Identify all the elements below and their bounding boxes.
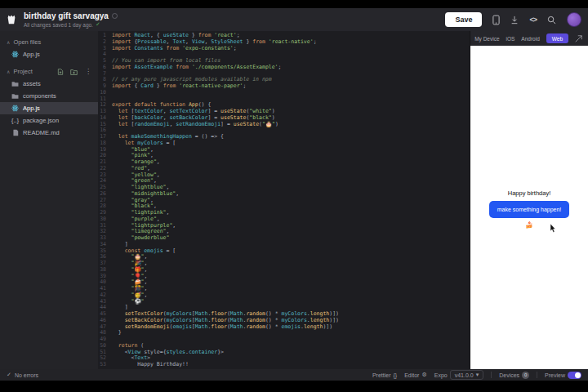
code-line[interactable]: 33 "powderblue" (98, 235, 470, 242)
make-something-happen-button[interactable]: make something happen! (489, 201, 570, 218)
bottom-letterbox (0, 381, 588, 392)
preview-panel: My DeviceiOSAndroidWeb Happy birthday! m… (470, 31, 588, 369)
preview-tab-web[interactable]: Web (546, 33, 568, 43)
react-icon (11, 51, 19, 58)
code-line[interactable]: 37 "🎉", (98, 261, 470, 267)
code-line[interactable]: 49 (98, 336, 470, 343)
code-text: setRandomEmoji(emojis[Math.floor(Math.ra… (112, 324, 332, 331)
chevron-down-icon: ▾ (476, 372, 479, 378)
download-icon[interactable] (510, 16, 519, 24)
react-icon (11, 105, 19, 112)
collapse-caret-icon: ∧ (7, 69, 10, 74)
code-line[interactable]: 10 (98, 90, 470, 96)
code-line[interactable]: 9import { Card } from 'react-native-pape… (98, 83, 470, 90)
saved-check-icon: ✓ (96, 21, 100, 28)
open-files-header[interactable]: ∧ Open files (0, 36, 98, 48)
code-line[interactable]: 51 <View style={styles.container}> (98, 350, 470, 356)
code-text: import { Card } from 'react-native-paper… (112, 83, 246, 90)
file-sidebar: ∧ Open files App.js ∧ Project ⋮ assetsco… (0, 31, 98, 369)
code-editor[interactable]: 1import React, { useState } from 'react'… (98, 31, 470, 369)
gear-icon: ⚙ (421, 372, 426, 378)
folder-icon (11, 81, 19, 87)
mouse-cursor-icon (550, 221, 556, 236)
save-status-text: All changes saved 1 day ago. (24, 22, 93, 28)
preview-message: Happy birthday! (508, 189, 551, 197)
project-menu-icon[interactable]: ⋮ (85, 68, 91, 75)
status-bar: ✓ No errors Prettier{} Editor⚙ Expo v41.… (0, 369, 588, 381)
code-line[interactable]: 18 let myColors = [ (98, 140, 470, 147)
code-line[interactable]: 38 "🎁", (98, 267, 470, 274)
user-avatar[interactable] (567, 12, 581, 27)
file-item-app-js[interactable]: App.js (0, 48, 98, 60)
code-text: Happy Birthday!! (112, 362, 189, 368)
file-item-components[interactable]: components (0, 90, 98, 102)
devices-count-badge: 0 (522, 372, 529, 379)
json-icon: {..} (11, 118, 19, 123)
preview-tab-my-device[interactable]: My Device (474, 36, 499, 42)
file-item-package-json[interactable]: {..}package.json (0, 114, 98, 127)
file-label: README.md (23, 129, 60, 136)
code-line[interactable]: 48 } (98, 330, 470, 336)
problems-status[interactable]: ✓ No errors (7, 372, 38, 378)
collapse-caret-icon: ∧ (7, 39, 10, 45)
divider (491, 372, 492, 378)
file-item-readme-md[interactable]: README.md (0, 127, 98, 139)
doc-icon (11, 129, 19, 136)
code-line[interactable]: 41 "🎊", (98, 286, 470, 292)
preview-body: Happy birthday! make something happen! 🍰 (470, 46, 588, 369)
line-number: 53 (98, 362, 112, 368)
code-text: import Constants from 'expo-constants'; (112, 46, 237, 52)
code-line[interactable]: 21 "orange", (98, 159, 470, 166)
editor-settings-button[interactable]: Editor⚙ (404, 372, 427, 378)
code-line[interactable]: 39 "🎈", (98, 274, 470, 280)
new-folder-icon[interactable] (70, 69, 78, 75)
code-line[interactable]: 19 "blue", (98, 147, 470, 154)
snack-app-window: birthday gift sarvagya All changes saved… (0, 0, 588, 392)
code-text: import AssetExample from './components/A… (112, 65, 281, 71)
search-icon[interactable] (547, 16, 556, 24)
new-file-icon[interactable] (57, 69, 64, 75)
devices-button[interactable]: Devices 0 (499, 372, 529, 379)
file-label: assets (23, 80, 41, 87)
info-icon[interactable] (112, 13, 118, 19)
code-line[interactable]: 35 const emojis = [ (98, 248, 470, 255)
code-line[interactable]: 15 let [randomEmoji, setRandomEmoji] = u… (98, 122, 470, 128)
divider (537, 372, 537, 378)
embed-code-icon[interactable]: <> (529, 16, 537, 24)
open-external-icon[interactable] (575, 35, 582, 42)
expo-version-select[interactable]: Expo v41.0.0▾ (434, 370, 483, 380)
braces-icon: {} (393, 372, 397, 378)
preview-toggle[interactable] (568, 372, 581, 379)
check-icon: ✓ (7, 372, 11, 378)
snack-logo-icon[interactable] (5, 13, 18, 26)
file-item-app-js[interactable]: App.js (0, 102, 98, 114)
folder-icon (11, 93, 19, 100)
app-header: birthday gift sarvagya All changes saved… (0, 8, 588, 31)
code-line[interactable]: 36 "🎂", (98, 254, 470, 261)
code-line[interactable]: 47 setRandomEmoji(emojis[Math.floor(Math… (98, 324, 470, 331)
preview-tab-android[interactable]: Android (521, 36, 539, 42)
file-label: components (23, 92, 56, 100)
code-line[interactable]: 26 "midnightblue", (98, 191, 470, 198)
project-title[interactable]: birthday gift sarvagya (24, 11, 109, 20)
code-line[interactable]: 53 Happy Birthday!! (98, 362, 470, 368)
run-on-device-icon[interactable] (492, 15, 500, 25)
save-button[interactable]: Save (445, 12, 482, 27)
file-label: App.js (23, 105, 40, 112)
file-label: package.json (23, 117, 59, 124)
code-line[interactable]: 3import Constants from 'expo-constants'; (98, 46, 470, 52)
code-line[interactable]: 43 "⚽" (98, 299, 470, 305)
preview-tab-ios[interactable]: iOS (506, 36, 515, 42)
code-text: let [randomEmoji, setRandomEmoji] = useS… (112, 122, 278, 128)
project-header[interactable]: ∧ Project ⋮ (0, 65, 98, 78)
preview-toggle-row: Preview (545, 372, 581, 379)
top-letterbox (0, 0, 588, 8)
file-item-assets[interactable]: assets (0, 78, 98, 90)
preview-target-tabs: My DeviceiOSAndroidWeb (470, 31, 588, 46)
preview-emoji: 🍰 (525, 221, 532, 229)
prettier-button[interactable]: Prettier{} (372, 372, 397, 378)
code-line[interactable]: 6import AssetExample from './components/… (98, 65, 470, 71)
code-line[interactable]: 42 "🥳", (98, 292, 470, 299)
code-line[interactable]: 40 "🍰", (98, 279, 470, 286)
file-label: App.js (23, 51, 40, 58)
